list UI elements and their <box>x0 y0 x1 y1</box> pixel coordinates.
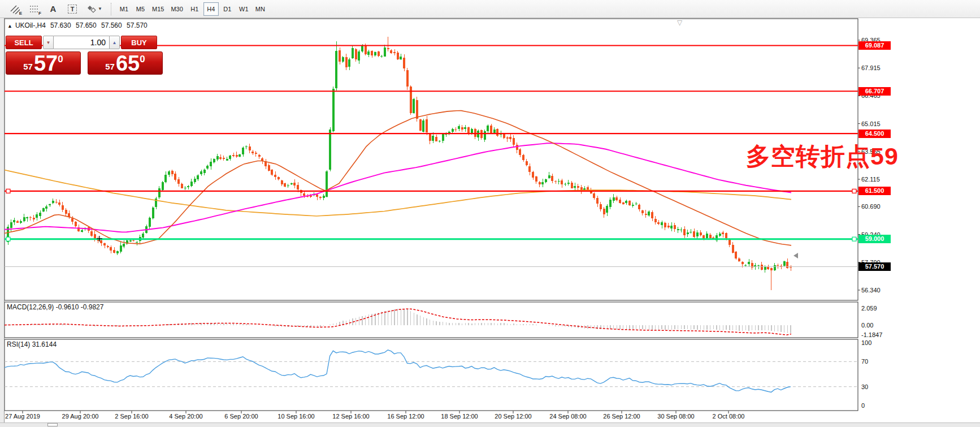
time-axis-label: 26 Sep 12:00 <box>595 413 649 420</box>
buy-price-big: 65 <box>116 53 140 74</box>
buy-button[interactable]: BUY <box>121 36 157 49</box>
sell-price-prefix: 57 <box>23 62 33 71</box>
toolbar: E F A T ▼ M1M5M15M30H1H4D1W1MN <box>0 0 980 18</box>
fibo-grid-icon[interactable]: F <box>25 2 43 16</box>
window-left-edge <box>0 18 5 427</box>
buy-price-prefix: 57 <box>105 62 115 71</box>
price-badge-64.500: 64.500 <box>858 130 891 138</box>
time-axis-label: 27 Aug 2019 <box>0 413 50 420</box>
time-axis-label: 10 Sep 16:00 <box>269 413 323 420</box>
rsi-indicator-label: RSI(14) 31.6144 <box>7 340 57 348</box>
time-axis-label: 30 Sep 08:00 <box>649 413 703 420</box>
time-axis-label: 18 Sep 12:00 <box>432 413 487 420</box>
timeframe-button-D1[interactable]: D1 <box>220 2 235 16</box>
letter-a-icon: A <box>50 4 57 14</box>
hatch-lines-icon <box>10 4 20 14</box>
sell-price-big: 57 <box>34 53 58 74</box>
trade-prices-row: 57 57 0 57 65 0 <box>6 51 163 75</box>
chart-title: ▲UKOil-,H457.630 57.650 57.560 57.570 <box>7 21 148 29</box>
diamonds-icon <box>86 5 97 14</box>
time-axis-label: 2 Sep 16:00 <box>105 413 159 420</box>
ohlc-values: 57.630 57.650 57.560 57.570 <box>50 21 148 29</box>
volume-increase-button[interactable]: ▲ <box>109 36 120 49</box>
time-axis-label: 6 Sep 20:00 <box>214 413 268 420</box>
timeframe-button-W1[interactable]: W1 <box>236 2 251 16</box>
trade-controls-row: SELL ▼ ▲ BUY <box>6 36 163 49</box>
macd-scale-label: 2.059 <box>861 305 895 312</box>
collapse-triangle-icon[interactable]: ▲ <box>7 23 12 29</box>
price-tick-label: 67.915 <box>861 64 895 72</box>
rsi-scale-label: 100 <box>861 339 895 347</box>
price-badge-59.000: 59.000 <box>858 235 891 243</box>
rsi-scale-label: 0 <box>861 402 895 409</box>
price-tick-label: 62.115 <box>861 175 895 183</box>
equidistant-channel-icon[interactable]: E <box>6 2 24 16</box>
macd-scale-label: 0.00 <box>861 322 895 329</box>
timeframe-button-M5[interactable]: M5 <box>133 2 148 16</box>
macd-indicator-label: MACD(12,26,9) -0.9610 -0.9827 <box>7 303 103 311</box>
price-badge-61.500: 61.500 <box>858 187 891 195</box>
price-tick-label: 60.690 <box>861 202 895 210</box>
toolbar-separator <box>111 3 112 15</box>
price-badge-69.087: 69.087 <box>858 41 891 50</box>
time-axis-label: 16 Sep 12:00 <box>379 413 433 420</box>
time-axis-label: 12 Sep 16:00 <box>324 413 378 420</box>
chart-shift-marker[interactable]: ▽ <box>677 19 682 27</box>
chart-text-annotation[interactable]: 多空转折点59 <box>746 140 899 173</box>
timeframe-button-MN[interactable]: MN <box>253 2 268 16</box>
sell-button[interactable]: SELL <box>6 36 42 49</box>
dotted-grid-icon <box>29 4 39 14</box>
price-tick-label: 56.340 <box>861 286 895 294</box>
chevron-down-icon: ▼ <box>98 6 102 11</box>
timeframe-button-M30[interactable]: M30 <box>168 2 185 16</box>
rsi-scale-label: 70 <box>861 358 895 365</box>
price-badge-57.570: 57.570 <box>858 262 891 271</box>
macd-scale-label: -1.1847 <box>861 331 895 339</box>
bottom-scrollbar-handle[interactable] <box>47 423 58 426</box>
bottom-scrollbar-strip[interactable] <box>0 422 980 427</box>
timeframe-button-H4[interactable]: H4 <box>203 2 219 16</box>
price-badge-66.707: 66.707 <box>858 87 891 96</box>
buy-price-display[interactable]: 57 65 0 <box>88 51 163 75</box>
one-click-trading-panel: SELL ▼ ▲ BUY 57 57 0 57 65 0 <box>6 36 163 75</box>
text-label-icon[interactable]: A <box>44 2 62 16</box>
time-axis-label: 20 Sep 12:00 <box>486 413 540 420</box>
buy-price-pip: 0 <box>140 54 145 65</box>
timeframe-bar: M1M5M15M30H1H4D1W1MN <box>116 2 268 16</box>
volume-decrease-button[interactable]: ▼ <box>43 36 54 49</box>
mt4-window: E F A T ▼ M1M5M15M30H1H4D1W1MN ▲UK <box>0 0 980 427</box>
timeframe-button-H1[interactable]: H1 <box>187 2 202 16</box>
icon-badge: E <box>19 11 22 16</box>
time-axis-label: 24 Sep 08:00 <box>541 413 595 420</box>
price-tick-label: 65.015 <box>861 120 895 128</box>
time-axis-label: 29 Aug 20:00 <box>53 413 107 420</box>
volume-input[interactable] <box>54 36 109 49</box>
text-box-icon[interactable]: T <box>63 2 81 16</box>
sell-price-pip: 0 <box>58 54 63 65</box>
rsi-scale-label: 30 <box>861 383 895 391</box>
time-axis-label: 4 Sep 20:00 <box>159 413 213 420</box>
sell-price-display[interactable]: 57 57 0 <box>6 51 81 75</box>
arrange-objects-icon[interactable]: ▼ <box>83 2 106 16</box>
icon-badge: F <box>38 11 41 16</box>
symbol-period-label: UKOil-,H4 <box>15 21 46 29</box>
timeframe-button-M1[interactable]: M1 <box>116 2 132 16</box>
time-axis-label: 2 Oct 08:00 <box>701 413 756 420</box>
timeframe-button-M15[interactable]: M15 <box>149 2 167 16</box>
letter-t-icon: T <box>68 5 77 14</box>
